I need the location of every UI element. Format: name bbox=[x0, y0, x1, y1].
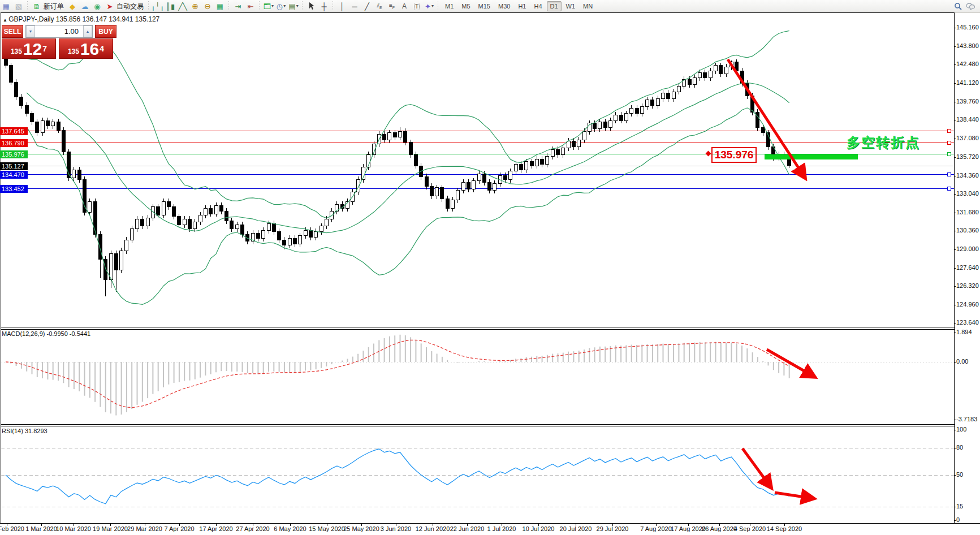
date-axis-label: 6 May 2020 bbox=[274, 525, 306, 532]
date-axis-label: 20 Jul 2020 bbox=[560, 525, 592, 532]
sell-price-big: 12 bbox=[23, 41, 42, 57]
date-axis-label: 1 Jul 2020 bbox=[487, 525, 516, 532]
date-axis-label: 12 Jun 2020 bbox=[416, 525, 450, 532]
date-axis-label: 19 Mar 2020 bbox=[93, 525, 128, 532]
price-axis-tick: 141.120 bbox=[956, 79, 979, 86]
price-line-label: 133.452 bbox=[0, 185, 28, 193]
volume-down-button[interactable]: ▼ bbox=[26, 25, 35, 37]
chart-window-icon: ▲ bbox=[3, 18, 8, 23]
price-axis-tick: 142.480 bbox=[956, 61, 979, 67]
chart-canvas[interactable] bbox=[0, 0, 980, 535]
buy-price-prefix: 135 bbox=[68, 46, 79, 57]
price-line-label: 135.976 bbox=[0, 150, 28, 158]
price-line-label: 136.790 bbox=[0, 139, 28, 147]
price-axis-tick: 123.640 bbox=[956, 319, 979, 326]
date-axis-label: 10 Mar 2020 bbox=[56, 525, 91, 532]
price-axis-tick: 133.040 bbox=[956, 190, 979, 197]
price-axis-tick: 145.160 bbox=[956, 24, 979, 31]
buy-price[interactable]: 135164 bbox=[59, 38, 113, 59]
rsi-axis-tick: 0 bbox=[956, 516, 960, 523]
volume-up-button[interactable]: ▲ bbox=[83, 25, 92, 37]
rsi-axis-tick: 50 bbox=[956, 471, 963, 478]
rsi-axis-tick: 80 bbox=[956, 444, 963, 451]
macd-axis-tick: -3.7183 bbox=[956, 416, 977, 422]
price-axis-tick: 129.000 bbox=[956, 245, 979, 252]
sell-button[interactable]: SELL bbox=[2, 25, 23, 38]
date-axis-label: 4 Sep 2020 bbox=[734, 525, 766, 532]
date-axis-label: 7 Aug 2020 bbox=[640, 525, 672, 532]
price-line-label: 135.127 bbox=[0, 162, 28, 170]
buy-button[interactable]: BUY bbox=[95, 25, 116, 38]
date-axis-label: 7 Apr 2020 bbox=[164, 525, 194, 532]
date-axis-label: 17 Aug 2020 bbox=[671, 525, 706, 532]
chart-title: ▲ GBPJPY-,Daily 135.856 136.147 134.941 … bbox=[3, 15, 159, 23]
date-axis-label: 25 May 2020 bbox=[343, 525, 379, 532]
date-axis-label: 14 Sep 2020 bbox=[767, 525, 802, 532]
buy-price-big: 16 bbox=[80, 41, 99, 57]
price-axis-tick: 135.720 bbox=[956, 153, 979, 160]
price-axis-tick: 124.960 bbox=[956, 301, 979, 308]
price-axis-tick: 138.440 bbox=[956, 116, 979, 123]
price-line-label: 137.645 bbox=[0, 127, 28, 135]
macd-axis-tick: 1.894 bbox=[956, 329, 972, 335]
price-line-label: 134.470 bbox=[0, 171, 28, 179]
price-note-text: 135.976 bbox=[715, 149, 754, 161]
rsi-label: RSI(14) 31.8293 bbox=[2, 428, 48, 434]
date-axis-label: 29 Jul 2020 bbox=[597, 525, 629, 532]
date-axis-label: 29 Mar 2020 bbox=[127, 525, 162, 532]
rsi-axis-tick: 100 bbox=[956, 426, 966, 433]
rsi-axis-tick: 15 bbox=[956, 503, 963, 510]
price-axis-tick: 131.680 bbox=[956, 209, 979, 215]
buy-price-sup: 4 bbox=[100, 40, 104, 57]
sell-price-sup: 7 bbox=[42, 40, 47, 57]
sell-price[interactable]: 135127 bbox=[2, 38, 56, 59]
price-axis-tick: 143.800 bbox=[956, 42, 979, 49]
date-axis-label: 20 Feb 2020 bbox=[0, 525, 24, 532]
date-axis-label: 10 Jul 2020 bbox=[523, 525, 555, 532]
date-axis-label: 15 May 2020 bbox=[309, 525, 345, 532]
date-axis-label: 1 Mar 2020 bbox=[25, 525, 57, 532]
turning-point-note[interactable]: 多空转折点 bbox=[847, 133, 920, 152]
price-axis-tick: 139.760 bbox=[956, 98, 979, 105]
macd-axis-tick: 0.00 bbox=[956, 358, 968, 365]
price-axis-tick: 134.360 bbox=[956, 172, 979, 179]
price-note-box[interactable]: 135.976 bbox=[711, 147, 757, 163]
price-axis-tick: 130.360 bbox=[956, 227, 979, 234]
sell-price-prefix: 135 bbox=[11, 46, 22, 57]
date-axis-label: 26 Aug 2020 bbox=[702, 525, 737, 532]
mt4-window: ▦ ▧ 🗎 新订单 ◆ ☁ ◉ ➤ 自动交易 ╷╵╷ ║▮ ╱╲ ⊕ ⊖ ▦ ⇥… bbox=[0, 0, 980, 535]
date-axis-label: 17 Apr 2020 bbox=[199, 525, 232, 532]
date-axis-label: 22 Jun 2020 bbox=[450, 525, 485, 532]
volume-input[interactable]: 1.00 bbox=[35, 25, 83, 37]
price-axis-tick: 126.320 bbox=[956, 282, 979, 289]
one-click-trading-panel: SELL ▼ 1.00 ▲ BUY 135127 135164 bbox=[2, 25, 116, 59]
macd-label: MACD(12,26,9) -0.9950 -0.5441 bbox=[2, 330, 90, 337]
volume-stepper: ▼ 1.00 ▲ bbox=[25, 25, 93, 38]
price-axis-tick: 127.640 bbox=[956, 264, 979, 271]
price-axis-tick: 137.080 bbox=[956, 135, 979, 141]
date-axis-label: 27 Apr 2020 bbox=[236, 525, 269, 532]
date-axis-label: 3 Jun 2020 bbox=[381, 525, 411, 532]
